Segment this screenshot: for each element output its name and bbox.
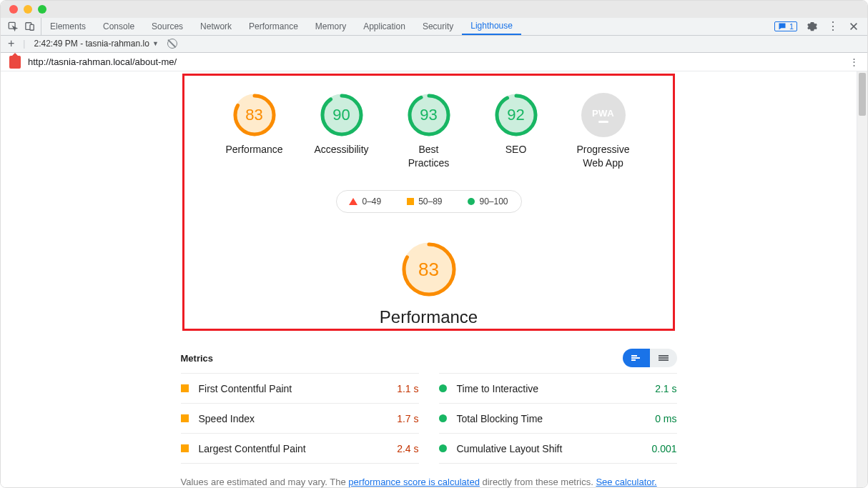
svg-rect-2 [30,25,34,31]
metric-name: Speed Index [199,413,398,424]
metrics-view-toggle [623,349,677,367]
gauge-pwa[interactable]: PWA Progressive Web App [573,93,633,170]
gauge-label: SEO [505,143,527,156]
status-indicator-icon [439,384,447,392]
devtools-tab-network[interactable]: Network [192,18,240,35]
close-devtools-icon[interactable] [849,21,859,31]
device-toggle-icon[interactable] [25,21,35,31]
status-indicator-icon [439,414,447,422]
kebab-menu-icon[interactable]: ⋮ [827,21,839,31]
performance-category-header: 83 Performance [1,241,857,327]
metric-name: Cumulative Layout Shift [457,443,652,454]
metrics-column-left: First Contentful Paint 1.1 s Speed Index… [181,373,419,464]
metric-name: Total Blocking Time [457,413,656,424]
gauge-ring: 92 [494,93,538,137]
metric-name: Largest Contentful Paint [199,443,398,454]
triangle-icon [349,198,357,205]
legend-fail: 0–49 [349,196,381,206]
legend-average: 50–89 [407,196,442,206]
devtools-tab-performance[interactable]: Performance [240,18,307,35]
lighthouse-report: 83 Performance 90 Accessibility 93 BestP… [1,71,857,487]
performance-title: Performance [1,307,857,327]
bars-icon [631,354,642,362]
metric-name: First Contentful Paint [199,383,398,394]
status-indicator-icon [439,444,447,452]
legend-pass: 90–100 [468,196,508,206]
vertical-scrollbar[interactable] [857,71,867,487]
gauge-label: Performance [225,143,282,156]
view-toggle-expanded[interactable] [650,349,677,367]
metric-row: Largest Contentful Paint 2.4 s [181,433,419,463]
status-indicator-icon [181,384,189,392]
issues-badge[interactable]: 1 [774,21,797,31]
metric-value: 2.1 s [655,383,676,394]
metrics-section: Metrics First Contentful Paint 1.1 s [181,349,677,487]
gauge-accessibility[interactable]: 90 Accessibility [312,93,372,170]
window-titlebar [1,1,867,18]
status-indicator-icon [181,414,189,422]
audited-url: http://tasnia-rahman.local/about-me/ [28,56,177,67]
report-selector[interactable]: 2:42:49 PM - tasnia-rahman.lo ▼ [34,39,158,49]
window-minimize-icon[interactable] [24,5,32,14]
metric-row: Time to Interactive 2.1 s [439,373,677,403]
report-url-bar: http://tasnia-rahman.local/about-me/ ⋮ [1,53,867,71]
gauge-best-practices[interactable]: 93 BestPractices [399,93,459,170]
devtools-tab-elements[interactable]: Elements [41,18,94,35]
metric-value: 0 ms [655,413,676,424]
status-indicator-icon [181,444,189,452]
metric-value: 1.7 s [397,413,418,424]
devtools-tab-lighthouse[interactable]: Lighthouse [462,18,521,35]
devtools-tab-memory[interactable]: Memory [307,18,355,35]
score-calc-link[interactable]: performance score is calculated [348,477,480,487]
gauge-label: BestPractices [408,143,450,170]
settings-gear-icon[interactable] [807,21,817,31]
devtools-tab-security[interactable]: Security [414,18,462,35]
metric-value: 0.001 [651,443,676,454]
gauge-ring: 93 [407,93,451,137]
window-close-icon[interactable] [9,5,18,14]
clear-report-icon[interactable] [167,39,177,49]
gauge-seo[interactable]: 92 SEO [486,93,546,170]
gauge-performance[interactable]: 83 Performance [225,93,285,170]
see-calculator-link[interactable]: See calculator. [596,477,656,487]
gauge-ring: 83 [232,93,277,137]
metric-value: 1.1 s [397,383,418,394]
pwa-badge-icon: PWA [581,93,626,137]
message-icon [778,22,786,31]
devtools-window: ElementsConsoleSourcesNetworkPerformance… [0,0,868,488]
scrollbar-thumb[interactable] [859,73,866,116]
metric-name: Time to Interactive [457,383,656,394]
report-menu-icon[interactable]: ⋮ [849,56,859,67]
score-gauges-row: 83 Performance 90 Accessibility 93 BestP… [1,71,857,174]
metric-row: Speed Index 1.7 s [181,403,419,433]
metric-value: 2.4 s [397,443,418,454]
circle-icon [468,198,475,205]
gauge-ring: 90 [320,93,364,137]
metric-row: Cumulative Layout Shift 0.001 [439,433,677,463]
metrics-heading: Metrics [181,353,214,364]
metrics-footnote: Values are estimated and may vary. The p… [181,477,677,487]
square-icon [407,198,414,205]
devtools-tab-application[interactable]: Application [355,18,414,35]
window-zoom-icon[interactable] [38,5,46,14]
lighthouse-logo-icon [9,56,21,69]
lines-icon [658,354,669,362]
gauge-label: Accessibility [314,143,368,156]
view-toggle-collapsed[interactable] [623,349,650,367]
metrics-column-right: Time to Interactive 2.1 s Total Blocking… [439,373,677,464]
lighthouse-toolbar: + | 2:42:49 PM - tasnia-rahman.lo ▼ [1,36,867,53]
metric-row: First Contentful Paint 1.1 s [181,373,419,403]
metric-row: Total Blocking Time 0 ms [439,403,677,433]
chevron-down-icon: ▼ [152,40,159,47]
devtools-tab-list: ElementsConsoleSourcesNetworkPerformance… [41,18,521,35]
gauge-label: Progressive Web App [577,143,630,170]
new-report-button[interactable]: + [8,37,14,50]
issues-count: 1 [789,22,794,31]
report-selector-label: 2:42:49 PM - tasnia-rahman.lo [34,39,149,49]
score-legend: 0–49 50–89 90–100 [336,190,522,213]
devtools-tab-console[interactable]: Console [94,18,143,35]
devtools-tab-sources[interactable]: Sources [143,18,192,35]
inspect-element-icon[interactable] [8,21,18,31]
devtools-tabstrip: ElementsConsoleSourcesNetworkPerformance… [1,18,867,36]
performance-big-gauge: 83 [401,241,457,297]
